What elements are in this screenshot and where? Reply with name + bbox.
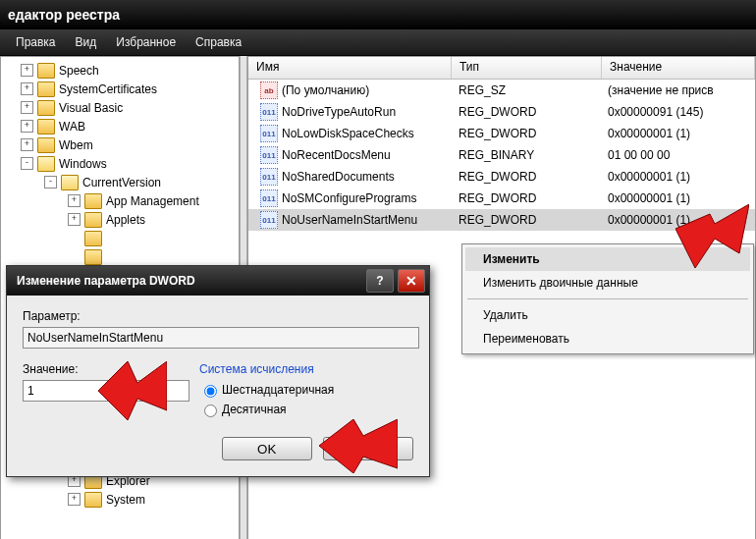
- dialog-titlebar[interactable]: Изменение параметра DWORD ? ✕: [7, 266, 429, 296]
- radix-hex-radio[interactable]: [204, 385, 217, 398]
- menu-edit[interactable]: Правка: [6, 31, 66, 53]
- value-name: NoLowDiskSpaceChecks: [282, 127, 414, 140]
- ok-button[interactable]: OK: [222, 437, 312, 460]
- col-name[interactable]: Имя: [248, 57, 452, 79]
- list-row[interactable]: ab(По умолчанию)REG_SZ(значение не присв: [248, 80, 755, 101]
- tree-item[interactable]: +WAB: [1, 117, 239, 135]
- help-button[interactable]: ?: [366, 269, 394, 293]
- radix-dec[interactable]: Десятичная: [199, 402, 334, 417]
- menu-help[interactable]: Справка: [186, 31, 251, 53]
- list-row[interactable]: 011NoUserNameInStartMenuREG_DWORD0x00000…: [248, 209, 755, 231]
- expand-icon[interactable]: -: [21, 157, 33, 170]
- ctx-separator: [467, 298, 748, 299]
- tree-label: System: [106, 493, 145, 507]
- menu-favorites[interactable]: Избранное: [106, 31, 186, 53]
- expand-icon[interactable]: +: [21, 120, 33, 133]
- binary-value-icon: 011: [260, 125, 278, 142]
- folder-icon: [37, 137, 55, 153]
- expand-icon[interactable]: +: [68, 493, 81, 506]
- folder-icon: [84, 193, 102, 209]
- value-type: REG_DWORD: [451, 213, 600, 227]
- tree-item[interactable]: +App Management: [1, 191, 239, 210]
- value-data: 0x00000001 (1): [600, 213, 755, 227]
- binary-value-icon: 011: [260, 146, 278, 164]
- value-name: NoSMConfigurePrograms: [282, 191, 416, 205]
- param-field: NoUserNameInStartMenu: [23, 327, 419, 349]
- expand-icon[interactable]: +: [21, 101, 33, 114]
- window-titlebar: едактор реестра: [0, 0, 756, 29]
- value-type: REG_BINARY: [451, 148, 600, 162]
- tree-item[interactable]: -Windows: [1, 154, 239, 173]
- value-type: REG_SZ: [451, 83, 600, 97]
- tree-item[interactable]: +Applets: [1, 210, 239, 229]
- tree-item[interactable]: +Visual Basic: [1, 98, 239, 117]
- list-row[interactable]: 011NoSMConfigureProgramsREG_DWORD0x00000…: [248, 188, 755, 209]
- expand-icon[interactable]: +: [21, 138, 33, 151]
- value-type: REG_DWORD: [451, 105, 600, 119]
- radix-group-title: Система исчисления: [199, 362, 334, 376]
- tree-label: Applets: [106, 213, 145, 227]
- value-data: 0x00000001 (1): [600, 127, 755, 140]
- radix-hex[interactable]: Шестнадцатеричная: [199, 382, 334, 398]
- tree-item[interactable]: +SystemCertificates: [1, 80, 239, 98]
- tree-label: Speech: [59, 64, 99, 78]
- value-name: NoRecentDocsMenu: [282, 148, 391, 162]
- value-name: NoSharedDocuments: [282, 170, 395, 184]
- binary-value-icon: 011: [260, 103, 278, 121]
- tree-label: Wbem: [59, 138, 93, 152]
- expand-icon[interactable]: +: [68, 213, 81, 226]
- tree-item[interactable]: +Wbem: [1, 135, 239, 154]
- list-row[interactable]: 011NoLowDiskSpaceChecksREG_DWORD0x000000…: [248, 123, 755, 144]
- col-type[interactable]: Тип: [452, 57, 602, 79]
- expand-icon[interactable]: +: [21, 64, 33, 77]
- radix-dec-radio[interactable]: [204, 404, 217, 417]
- list-row[interactable]: 011NoSharedDocumentsREG_DWORD0x00000001 …: [248, 166, 755, 188]
- folder-icon: [37, 119, 55, 135]
- list-row[interactable]: 011NoDriveTypeAutoRunREG_DWORD0x00000091…: [248, 101, 755, 123]
- value-name: NoDriveTypeAutoRun: [282, 105, 396, 119]
- expand-icon[interactable]: +: [21, 82, 33, 95]
- list-header: Имя Тип Значение: [248, 57, 755, 80]
- expand-icon[interactable]: +: [68, 194, 81, 207]
- cancel-button[interactable]: Отмена: [323, 437, 413, 460]
- folder-icon: [37, 81, 55, 97]
- folder-icon: [37, 100, 55, 116]
- tree-label: Windows: [59, 157, 107, 171]
- tree-label: WAB: [59, 120, 85, 134]
- value-name: (По умолчанию): [282, 83, 369, 97]
- context-menu: Изменить Изменить двоичные данные Удалит…: [461, 243, 754, 354]
- value-data: 0x00000001 (1): [600, 170, 755, 184]
- ctx-delete[interactable]: Удалить: [465, 303, 750, 327]
- folder-icon: [84, 231, 102, 246]
- value-name: NoUserNameInStartMenu: [282, 213, 417, 227]
- edit-dword-dialog: Изменение параметра DWORD ? ✕ Параметр: …: [6, 265, 430, 477]
- list-row[interactable]: 011NoRecentDocsMenuREG_BINARY01 00 00 00: [248, 144, 755, 166]
- tree-item[interactable]: +System: [1, 490, 239, 509]
- menu-view[interactable]: Вид: [66, 31, 107, 53]
- value-type: REG_DWORD: [451, 191, 600, 205]
- value-data: 0x00000091 (145): [600, 105, 755, 119]
- ctx-modify[interactable]: Изменить: [465, 247, 750, 271]
- value-data: (значение не присв: [600, 83, 755, 97]
- tree-item[interactable]: [1, 229, 239, 247]
- tree-item[interactable]: -CurrentVersion: [1, 173, 239, 191]
- close-button[interactable]: ✕: [398, 269, 425, 293]
- ctx-rename[interactable]: Переименовать: [465, 327, 750, 350]
- value-label: Значение:: [23, 362, 199, 376]
- tree-label: SystemCertificates: [59, 82, 157, 96]
- binary-value-icon: 011: [260, 189, 278, 207]
- dialog-title: Изменение параметра DWORD: [17, 274, 195, 288]
- string-value-icon: ab: [260, 81, 278, 99]
- tree-item[interactable]: +Speech: [1, 61, 239, 80]
- expand-icon[interactable]: -: [44, 176, 57, 189]
- param-label: Параметр:: [23, 309, 413, 323]
- menubar: Правка Вид Избранное Справка: [0, 29, 756, 56]
- value-input[interactable]: 1: [23, 380, 189, 402]
- col-value[interactable]: Значение: [602, 57, 755, 79]
- value-data: 0x00000001 (1): [600, 191, 755, 205]
- ctx-modify-binary[interactable]: Изменить двоичные данные: [465, 271, 750, 295]
- folder-icon: [84, 212, 102, 228]
- tree-item[interactable]: [1, 247, 239, 266]
- binary-value-icon: 011: [260, 168, 278, 186]
- folder-icon: [84, 249, 102, 265]
